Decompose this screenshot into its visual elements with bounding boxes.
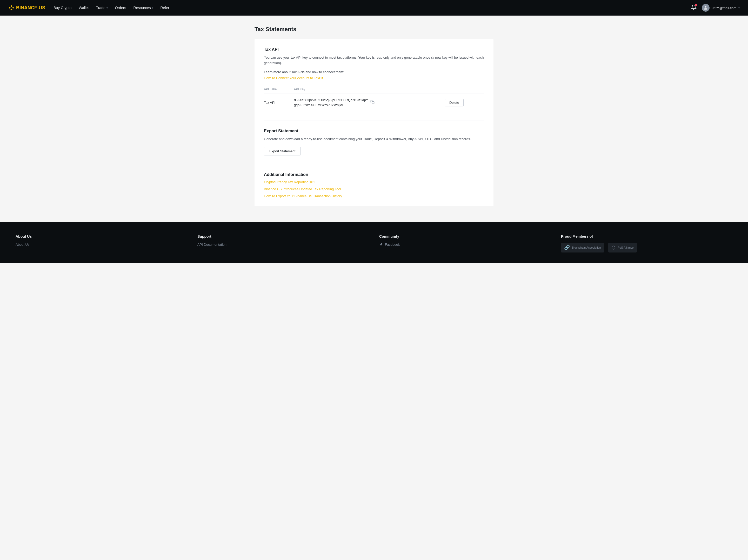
main-content: Tax Statements Tax API You can use your … [249,26,499,206]
export-statement-title: Export Statement [264,129,484,133]
api-delete-cell: Delete [445,93,484,112]
navbar: BINANCE.US Buy Crypto Wallet Trade ▾ Ord… [0,0,748,16]
avatar [702,4,709,12]
footer-about-link[interactable]: About Us [16,243,187,246]
member-badge-pos: ⬡ PoS Alliance [608,243,637,252]
additional-links-list: Cryptocurrency Tax Reporting 101 Binance… [264,180,484,198]
nav-links: Buy Crypto Wallet Trade ▾ Orders Resourc… [53,6,682,10]
api-key-cell: rGKetO83pkvKlZUur5q99pFRCD3RQgN19s2apY g… [294,93,445,112]
col-label-header: API Label [264,86,294,93]
taxbit-link[interactable]: How To Connect Your Account to TaxBit [264,76,323,80]
footer: About Us About Us Support API Documentat… [0,222,748,263]
user-email: 06***@mail.com [711,6,736,10]
additional-link-2[interactable]: How To Export Your Binance.US Transactio… [264,194,484,198]
additional-info-title: Additional Information [264,172,484,177]
logo-icon [8,5,15,11]
api-key-line2: gqoZ86xxeXOEtMWcy7J7xznjkv [294,102,368,108]
proud-members-logos: 🔗 Blockchain Association ⬡ PoS Alliance [561,243,732,252]
pos-alliance-icon: ⬡ [611,245,615,250]
additional-link-0[interactable]: Cryptocurrency Tax Reporting 101 [264,180,484,184]
footer-community-facebook[interactable]: Facebook [379,243,551,246]
nav-resources[interactable]: Resources ▾ [134,6,153,10]
tax-api-title: Tax API [264,47,484,52]
additional-link-1[interactable]: Binance.US Introduces Updated Tax Report… [264,187,484,191]
export-statement-button[interactable]: Export Statement [264,147,301,155]
api-key-line1: rGKetO83pkvKlZUur5q99pFRCD3RQgN19s2apY [294,98,368,103]
svg-point-0 [705,6,706,7]
facebook-icon [379,243,383,246]
nav-buy-crypto[interactable]: Buy Crypto [53,6,71,10]
col-actions-header [445,86,484,93]
footer-proud-members-title: Proud Members of [561,234,732,239]
api-label-cell: Tax API [264,93,294,112]
user-menu[interactable]: 06***@mail.com ▾ [702,4,740,12]
nav-orders[interactable]: Orders [115,6,126,10]
nav-refer[interactable]: Refer [160,6,169,10]
footer-proud-members: Proud Members of 🔗 Blockchain Associatio… [561,234,732,252]
page-title: Tax Statements [255,26,493,33]
footer-about-title: About Us [16,234,187,239]
additional-info-section: Additional Information Cryptocurrency Ta… [264,172,484,198]
navbar-right: 06***@mail.com ▾ [691,4,740,12]
main-card: Tax API You can use your tax API key to … [255,39,493,206]
copy-icon[interactable] [370,100,375,105]
footer-community: Community Facebook [379,234,551,252]
footer-about-us: About Us About Us [16,234,187,252]
footer-support: Support API Documentation [197,234,369,252]
api-table: API Label API Key Tax API rGKetO83pkvKlZ… [264,86,484,112]
resources-chevron-icon: ▾ [152,6,153,9]
user-avatar-icon [703,5,708,10]
trade-chevron-icon: ▾ [107,6,108,9]
tax-api-section: Tax API You can use your tax API key to … [264,47,484,112]
logo[interactable]: BINANCE.US [8,5,45,11]
learn-more-text: Learn more about Tax APIs and how to con… [264,70,484,74]
table-row: Tax API rGKetO83pkvKlZUur5q99pFRCD3RQgN1… [264,93,484,112]
svg-rect-1 [372,101,374,104]
export-statement-description: Generate and download a ready-to-use doc… [264,137,484,142]
nav-trade[interactable]: Trade ▾ [96,6,108,10]
footer-community-title: Community [379,234,551,239]
member-badge-blockchain: 🔗 Blockchain Association [561,243,604,252]
footer-grid: About Us About Us Support API Documentat… [16,234,732,252]
logo-text: BINANCE.US [16,5,45,10]
tax-api-description: You can use your tax API key to connect … [264,55,484,66]
col-key-header: API Key [294,86,445,93]
export-statement-section: Export Statement Generate and download a… [264,129,484,156]
blockchain-association-icon: 🔗 [564,245,570,250]
user-chevron-icon: ▾ [739,6,740,9]
footer-support-title: Support [197,234,369,239]
footer-support-link[interactable]: API Documentation [197,243,369,246]
delete-button[interactable]: Delete [445,99,464,106]
notification-bell[interactable] [691,4,697,11]
nav-wallet[interactable]: Wallet [79,6,89,10]
notification-dot [695,4,697,6]
